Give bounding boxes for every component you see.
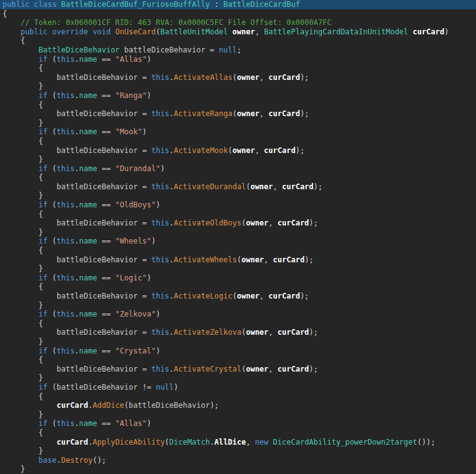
code-line[interactable]: { [0, 137, 476, 146]
code-token-o: ) [174, 383, 178, 392]
code-token-p: curCard [264, 146, 296, 155]
code-line[interactable]: { [0, 101, 476, 110]
code-token-o: } [39, 264, 43, 273]
code-token-p: curCard [268, 109, 300, 118]
code-token-o: { [39, 428, 43, 437]
code-token-k: if [39, 91, 47, 100]
code-line[interactable]: BattleDiceBehavior battleDiceBehavior = … [0, 46, 476, 55]
code-token-o: = [138, 292, 152, 300]
code-token-pr: name [79, 127, 97, 136]
code-token-o: } [39, 191, 43, 200]
code-line[interactable]: { [0, 246, 476, 255]
code-line[interactable]: { [0, 355, 476, 365]
code-token-pr: name [79, 419, 97, 428]
code-token-o: } [39, 82, 43, 91]
code-line[interactable]: } [0, 447, 476, 456]
code-line[interactable]: } [0, 82, 476, 91]
code-line[interactable]: base.Destroy(); [0, 456, 476, 465]
code-token-o: == [97, 55, 115, 64]
code-token-t: BattlePlayingCardDataInUnitModel [264, 27, 408, 36]
code-token-o: . [169, 255, 173, 264]
code-token-o: = [138, 255, 152, 264]
code-line[interactable]: } [0, 373, 476, 383]
code-line[interactable]: { [0, 210, 476, 219]
code-line[interactable]: { [0, 392, 476, 402]
code-token-o: == [97, 347, 115, 355]
code-token-o: ); [309, 328, 318, 337]
code-line[interactable]: if (this.name == "OldBoys") [0, 200, 476, 210]
code-token-k: this [151, 73, 169, 82]
code-token-k: public [2, 0, 29, 9]
code-line[interactable]: { [0, 428, 476, 438]
code-line[interactable]: if (this.name == "Logic") [0, 274, 476, 283]
code-line[interactable]: } [0, 264, 476, 274]
code-token-p: owner [237, 109, 260, 118]
code-line[interactable]: public override void OnUseCard(BattleUni… [0, 27, 476, 37]
code-line[interactable]: { [0, 9, 476, 19]
code-token-k: this [57, 274, 75, 282]
code-token-k: this [57, 310, 75, 318]
code-line[interactable]: battleDiceBehavior = this.ActivateLogic(… [0, 292, 476, 301]
code-line[interactable]: if (this.name == "Mook") [0, 127, 476, 137]
code-token-o: ); [210, 401, 218, 410]
code-line[interactable]: } [0, 155, 476, 164]
code-line[interactable]: } [0, 119, 476, 128]
code-line[interactable]: { [0, 319, 476, 328]
code-line[interactable]: { [0, 64, 476, 73]
code-token-pr: name [79, 164, 97, 173]
code-token-l: battleDiceBehavior [124, 46, 205, 54]
code-token-l: battleDiceBehavior [57, 383, 138, 392]
code-line[interactable]: if (battleDiceBehavior != null) [0, 383, 476, 392]
code-line-highlighted[interactable]: public class BattleDiceCardBuf_FuriosoBu… [0, 0, 476, 9]
code-line[interactable]: if (this.name == "Durandal") [0, 164, 476, 174]
code-line[interactable]: battleDiceBehavior = this.ActivateZelkov… [0, 328, 476, 337]
code-line[interactable]: if (this.name == "Crystal") [0, 347, 476, 356]
code-token-o: ) [151, 237, 155, 245]
code-token-p: owner [246, 219, 268, 227]
code-token-s: "Wheels" [115, 237, 152, 245]
code-token-l: battleDiceBehavior [57, 365, 138, 373]
code-line[interactable]: if (this.name == "Allas") [0, 419, 476, 428]
code-token-k: this [151, 146, 169, 155]
code-line[interactable]: if (this.name == "Ranga") [0, 91, 476, 101]
code-token-p: owner [237, 73, 260, 82]
code-line[interactable]: battleDiceBehavior = this.ActivateCrysta… [0, 365, 476, 374]
code-token-m: OnUseCard [115, 27, 156, 36]
code-line[interactable]: battleDiceBehavior = this.ActivateRanga(… [0, 109, 476, 119]
code-token-o: (); [93, 456, 107, 465]
code-line[interactable]: // Token: 0x060001CF RID: 463 RVA: 0x000… [0, 18, 476, 27]
code-line[interactable]: } [0, 301, 476, 310]
code-line[interactable]: if (this.name == "Wheels") [0, 237, 476, 246]
code-line[interactable]: if (this.name == "Zelkova") [0, 310, 476, 319]
code-line[interactable]: } [0, 337, 476, 347]
code-area[interactable]: public class BattleDiceCardBuf_FuriosoBu… [0, 0, 476, 474]
code-line[interactable]: battleDiceBehavior = this.ActivateOldBoy… [0, 219, 476, 228]
code-line[interactable]: } [0, 410, 476, 420]
code-token-p: curCard [278, 365, 309, 373]
code-token-o: . [75, 419, 79, 428]
code-token-k: this [151, 255, 169, 264]
code-line[interactable]: } [0, 191, 476, 200]
code-token-o: . [169, 328, 173, 337]
code-token-o: } [21, 465, 25, 473]
code-token-p: curCard [282, 182, 314, 191]
code-token-o: . [75, 55, 79, 64]
code-token-o: . [75, 164, 79, 173]
code-line[interactable]: } [0, 228, 476, 237]
code-line[interactable]: battleDiceBehavior = this.ActivateDurand… [0, 182, 476, 192]
code-line[interactable]: } [0, 465, 476, 474]
code-line[interactable]: curCard.AddDice(battleDiceBehavior); [0, 401, 476, 410]
code-line[interactable]: { [0, 36, 476, 46]
code-token-o [57, 0, 61, 9]
code-token-s: "Allas" [115, 419, 147, 428]
code-token-o: , [264, 255, 273, 264]
code-token-k: null [156, 383, 174, 392]
code-line[interactable]: if (this.name == "Allas") [0, 55, 476, 64]
code-token-o: = [138, 109, 152, 118]
code-line[interactable]: battleDiceBehavior = this.ActivateMook(o… [0, 146, 476, 156]
code-line[interactable]: { [0, 173, 476, 182]
code-line[interactable]: battleDiceBehavior = this.ActivateAllas(… [0, 73, 476, 82]
code-line[interactable]: { [0, 282, 476, 292]
code-line[interactable]: battleDiceBehavior = this.ActivateWheels… [0, 255, 476, 265]
code-line[interactable]: curCard.ApplyDiceAbility(DiceMatch.AllDi… [0, 438, 476, 447]
